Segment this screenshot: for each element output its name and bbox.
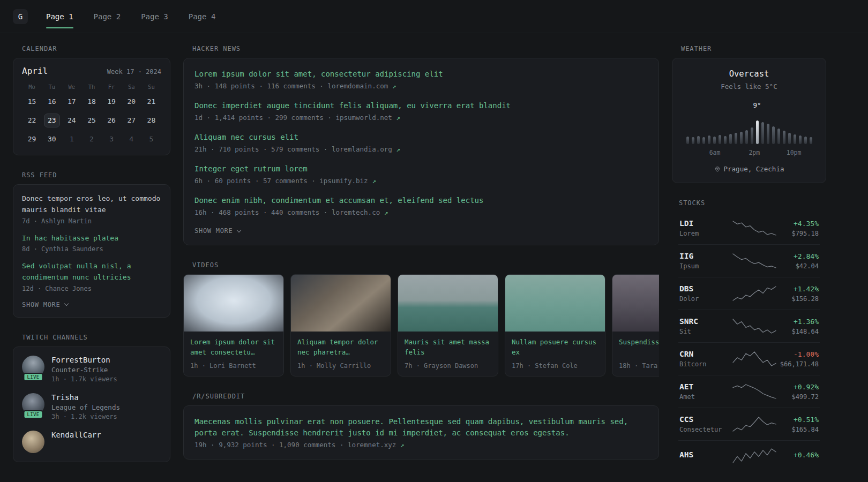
- hn-item-title[interactable]: Integer eget rutrum lorem: [194, 163, 648, 175]
- tab-page-2[interactable]: Page 2: [94, 0, 121, 33]
- stocks-widget: STOCKS LDILorem +4.35%$795.18 IIGIpsum +…: [672, 199, 826, 471]
- weather-bar: [692, 137, 694, 144]
- video-body: Aliquam tempor dolor nec pharetra… 1h · …: [291, 332, 391, 376]
- location-pin-icon: [714, 166, 721, 172]
- channel-name[interactable]: ForrestBurton: [51, 356, 117, 364]
- channel-name[interactable]: KendallCarr: [51, 431, 101, 439]
- calendar-day: 28: [141, 114, 161, 127]
- video-thumbnail: [505, 275, 605, 332]
- reddit-post-domain-link[interactable]: loremnet.xyz ↗: [348, 441, 404, 449]
- weather-location-text: Prague, Czechia: [724, 165, 784, 173]
- rss-item: Donec tempor eros leo, ut commodo mauris…: [22, 193, 161, 225]
- video-title: Lorem ipsum dolor sit amet consectetu…: [190, 337, 277, 358]
- hn-item-title[interactable]: Lorem ipsum dolor sit amet, consectetur …: [194, 69, 648, 80]
- stock-ticker: AET: [679, 382, 732, 391]
- live-badge: LIVE: [23, 373, 43, 381]
- calendar-day-header: Su: [141, 84, 161, 90]
- video-card[interactable]: Nullam posuere cursus ex 17h · Stefan Co…: [505, 274, 605, 376]
- stock-row[interactable]: AHS +0.46%: [678, 440, 820, 471]
- calendar-day: 24: [62, 114, 81, 127]
- stock-price: $165.84: [791, 426, 819, 433]
- time-label: 6am: [709, 149, 721, 156]
- reddit-post-title[interactable]: Maecenas mollis pulvinar erat non posuer…: [194, 416, 648, 439]
- channel-avatar[interactable]: LIVE: [22, 356, 44, 378]
- channel-game[interactable]: Counter-Strike: [51, 366, 117, 374]
- calendar-day-next-month: 5: [141, 132, 161, 146]
- hackernews-heading: HACKER NEWS: [192, 45, 659, 52]
- rss-item-title[interactable]: Donec tempor eros leo, ut commodo mauris…: [22, 193, 161, 216]
- video-body: Suspendisse diam 18h · Tara: [612, 332, 659, 376]
- stock-row[interactable]: DBSDolor +1.42%$156.28: [678, 277, 820, 310]
- page-tabs: Page 1 Page 2 Page 3 Page 4: [46, 0, 215, 33]
- channel-game[interactable]: League of Legends: [51, 403, 120, 411]
- external-link-icon: ↗: [396, 145, 400, 153]
- hackernews-widget: HACKER NEWS Lorem ipsum dolor sit amet, …: [183, 45, 659, 245]
- channel-name[interactable]: Trisha: [51, 393, 120, 402]
- calendar-day-next-month: 4: [122, 132, 141, 146]
- weather-bar: [686, 137, 689, 144]
- weather-peak-temp: 9°: [753, 101, 761, 109]
- calendar-week-year: Week 17 · 2024: [107, 68, 161, 76]
- stock-row[interactable]: CCSConsectetur +0.51%$165.84: [678, 408, 820, 440]
- stock-row[interactable]: CRNBitcorn -1.00%$66,171.48: [678, 342, 820, 375]
- channel-avatar[interactable]: LIVE: [22, 393, 44, 416]
- stock-row[interactable]: IIGIpsum +2.84%$42.04: [678, 244, 820, 277]
- hn-item-domain-link[interactable]: loremtech.co ↗: [332, 208, 388, 216]
- rss-item-title[interactable]: Sed volutpat nulla nisl, a condimentum n…: [22, 261, 161, 283]
- stock-name: Bitcorn: [679, 360, 732, 368]
- stock-row[interactable]: SNRCSit +1.36%$148.64: [678, 310, 820, 342]
- tab-page-1[interactable]: Page 1: [46, 0, 73, 33]
- calendar-day-next-month: 3: [102, 132, 122, 146]
- stock-price: $148.64: [791, 328, 819, 335]
- video-card[interactable]: Lorem ipsum dolor sit amet consectetu… 1…: [183, 274, 284, 376]
- hn-item-title[interactable]: Donec imperdiet augue tincidunt felis al…: [194, 100, 648, 111]
- reddit-meta-text: 19h · 9,932 points · 1,090 comments ·: [194, 441, 348, 449]
- tab-page-4[interactable]: Page 4: [189, 0, 216, 33]
- video-meta: 17h · Stefan Cole: [512, 362, 598, 370]
- calendar-widget: CALENDAR April Week 17 · 2024 Mo Tu We T…: [13, 45, 170, 155]
- weather-feels-like: Feels like 5°C: [683, 82, 815, 91]
- stock-row[interactable]: LDILorem +4.35%$795.18: [678, 212, 820, 244]
- tab-page-3[interactable]: Page 3: [141, 0, 168, 33]
- weather-card: Overcast Feels like 5°C 9° 6am 2pm 10pm …: [672, 58, 826, 183]
- stock-name: Lorem: [679, 230, 732, 237]
- hn-item-domain-link[interactable]: ipsumify.biz ↗: [319, 177, 376, 185]
- hn-item-title[interactable]: Aliquam nec cursus elit: [194, 132, 648, 143]
- channel-avatar[interactable]: [22, 431, 44, 453]
- weather-bar: [724, 136, 727, 144]
- hn-item-domain-link[interactable]: ipsumworld.net ↗: [335, 114, 400, 122]
- left-column: CALENDAR April Week 17 · 2024 Mo Tu We T…: [13, 45, 170, 462]
- twitch-channel-row: KendallCarr: [22, 431, 161, 453]
- stock-name: Amet: [679, 393, 732, 401]
- rss-show-more-button[interactable]: SHOW MORE: [22, 301, 161, 308]
- reddit-post: Maecenas mollis pulvinar erat non posuer…: [194, 416, 648, 449]
- hn-item-title[interactable]: Donec enim nibh, condimentum et accumsan…: [194, 195, 648, 206]
- app-logo: G: [13, 9, 28, 24]
- hn-item-domain-link[interactable]: loremlandia.org ↗: [332, 145, 400, 153]
- video-body: Lorem ipsum dolor sit amet consectetu… 1…: [184, 332, 283, 376]
- weather-bar: [810, 137, 812, 144]
- video-card[interactable]: Mauris sit amet massa felis 7h · Grayson…: [398, 274, 498, 376]
- calendar-day: 16: [42, 95, 62, 109]
- video-card[interactable]: Suspendisse diam 18h · Tara: [612, 274, 659, 376]
- live-badge: LIVE: [23, 410, 43, 419]
- stocks-heading: STOCKS: [679, 199, 826, 207]
- calendar-day: 15: [22, 95, 42, 109]
- stock-ticker: DBS: [679, 284, 732, 293]
- weather-widget: WEATHER Overcast Feels like 5°C 9° 6am 2…: [672, 45, 826, 183]
- twitch-channel-row: LIVE ForrestBurton Counter-Strike 1h · 1…: [22, 356, 161, 383]
- video-card[interactable]: Aliquam tempor dolor nec pharetra… 1h · …: [290, 274, 391, 376]
- stock-name: Sit: [679, 328, 732, 335]
- stock-change: +0.46%: [794, 451, 819, 459]
- hackernews-show-more-button[interactable]: SHOW MORE: [194, 227, 648, 235]
- rss-card: Donec tempor eros leo, ut commodo mauris…: [13, 184, 170, 318]
- stock-price: $499.72: [791, 393, 819, 401]
- weather-bar: [713, 137, 716, 144]
- rss-item-title[interactable]: In hac habitasse platea: [22, 233, 161, 244]
- calendar-day-header: Th: [81, 84, 101, 90]
- hn-item: Donec enim nibh, condimentum et accumsan…: [194, 195, 648, 216]
- calendar-header: April Week 17 · 2024: [22, 66, 161, 76]
- stock-row[interactable]: AETAmet +0.92%$499.72: [678, 375, 820, 408]
- stock-change: +0.51%: [791, 416, 819, 424]
- hn-item-domain-link[interactable]: loremdomain.com ↗: [327, 82, 396, 90]
